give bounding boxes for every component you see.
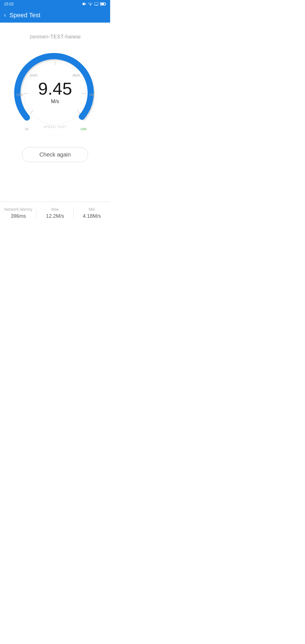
svg-line-7 [30, 110, 33, 114]
svg-line-13 [77, 110, 80, 114]
speedometer: 0K 150K 300K 450K 1M 10M 9.45 M/s SPEED … [10, 48, 100, 139]
svg-text:10M: 10M [80, 127, 86, 131]
speed-value: 9.45 [38, 80, 72, 97]
status-bar: 15:02 [0, 0, 110, 8]
status-time: 15:02 [4, 2, 14, 6]
app-title: Speed Test [9, 12, 40, 19]
network-name: zenmen-TEST-haiwai [29, 34, 80, 40]
svg-rect-0 [94, 2, 98, 5]
wifi-icon [88, 2, 93, 6]
speed-test-label: SPEED TEST [43, 125, 67, 129]
speed-display: 9.45 M/s [38, 80, 72, 105]
max-stat: Max 12.2M/s [37, 207, 73, 219]
check-again-button[interactable]: Check again [22, 147, 88, 162]
back-button[interactable]: ‹ [4, 12, 6, 19]
svg-rect-3 [101, 3, 104, 5]
main-content: zenmen-TEST-haiwai [0, 23, 110, 230]
battery-icon [100, 2, 106, 6]
speed-unit: M/s [38, 99, 72, 105]
latency-value: 396ms [11, 213, 26, 219]
status-icons [82, 2, 106, 6]
min-value: 4.18M/s [83, 213, 101, 219]
min-label: Min [89, 207, 95, 212]
latency-label: Network latency [4, 207, 32, 212]
svg-text:150K: 150K [16, 93, 23, 96]
svg-rect-1 [95, 5, 97, 6]
svg-text:1M: 1M [89, 93, 93, 96]
screen-icon [94, 2, 98, 6]
svg-text:0K: 0K [25, 127, 29, 131]
app-bar: ‹ Speed Test [0, 8, 110, 23]
svg-text:450K: 450K [73, 74, 80, 77]
mute-icon [82, 2, 86, 6]
latency-stat: Network latency 396ms [0, 207, 37, 219]
svg-text:300K: 300K [29, 74, 37, 77]
svg-rect-4 [106, 3, 106, 5]
max-label: Max [51, 207, 59, 212]
footer-stats: Network latency 396ms Max 12.2M/s Min 4.… [0, 202, 110, 225]
max-value: 12.2M/s [46, 213, 64, 219]
min-stat: Min 4.18M/s [74, 207, 110, 219]
